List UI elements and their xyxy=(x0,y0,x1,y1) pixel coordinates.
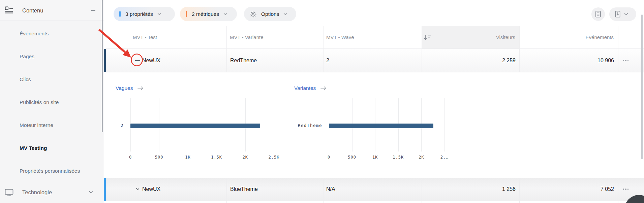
main-scrollbar[interactable] xyxy=(641,14,643,159)
sidebar-item-pages[interactable]: Pages xyxy=(0,45,104,68)
minus-icon xyxy=(91,10,95,11)
app-root: Contenu Événements Pages Clics Publicité… xyxy=(0,0,644,203)
column-divider xyxy=(226,26,227,48)
cell-mvt-wave: N/A xyxy=(326,178,335,201)
next-row-partial xyxy=(104,201,644,203)
column-divider xyxy=(519,26,520,48)
column-divider xyxy=(324,201,324,203)
table-row-redtheme[interactable]: NewUX RedTheme 2 2 259 10 906 xyxy=(104,49,644,72)
export-button[interactable] xyxy=(609,7,636,21)
waves-bar-chart: 05001K1.5K2K2.5K2 xyxy=(130,98,289,164)
sidebar-nav: Événements Pages Clics Publicités on sit… xyxy=(0,22,104,182)
column-divider xyxy=(422,201,422,203)
chevron-down-icon xyxy=(89,191,93,194)
vagues-link[interactable]: Vagues xyxy=(116,85,144,91)
options-pill[interactable]: Options xyxy=(244,7,296,21)
x-tick-label: 0 xyxy=(319,155,339,160)
properties-pill-label: 3 propriétés xyxy=(125,11,153,17)
cell-evenements: 7 052 xyxy=(601,178,614,201)
cell-evenements: 10 906 xyxy=(597,49,614,72)
sidebar-title: Contenu xyxy=(22,0,43,21)
sidebar-item-clics[interactable]: Clics xyxy=(0,68,104,91)
x-tick-label: 500 xyxy=(342,155,362,160)
properties-accent-icon xyxy=(119,11,121,17)
sidebar-item-moteur-interne[interactable]: Moteur interne xyxy=(0,114,104,137)
variants-bar-chart: 05001K1.5K2K2.…RedTheme xyxy=(329,98,457,164)
column-divider xyxy=(618,49,618,72)
row-collapse-toggle[interactable] xyxy=(134,49,141,72)
monitor-icon xyxy=(5,189,13,196)
report-button[interactable] xyxy=(591,7,605,21)
variantes-link-label: Variantes xyxy=(294,85,316,91)
column-divider xyxy=(422,178,422,201)
selected-row-indicator xyxy=(104,49,106,72)
minus-icon xyxy=(135,60,140,61)
column-divider xyxy=(324,49,324,72)
x-tick-label: 1.5K xyxy=(207,155,227,160)
chevron-down-icon xyxy=(157,13,161,15)
sidebar: Contenu Événements Pages Clics Publicité… xyxy=(0,0,104,203)
x-tick-label: 2.5K xyxy=(264,155,284,160)
x-tick-label: 500 xyxy=(149,155,169,160)
column-divider xyxy=(422,49,422,72)
chevron-down-icon xyxy=(624,13,628,15)
sidebar-item-publicites-on-site[interactable]: Publicités on site xyxy=(0,91,104,114)
chevron-down-icon xyxy=(283,13,287,15)
column-divider xyxy=(324,178,324,201)
row-expand-toggle[interactable] xyxy=(134,178,141,201)
column-divider xyxy=(618,178,618,201)
y-category-label: RedTheme xyxy=(290,123,322,128)
column-header-mvt-variante[interactable]: MVT - Variante xyxy=(230,26,263,48)
sidebar-item-label: Clics xyxy=(20,76,31,82)
variantes-link[interactable]: Variantes xyxy=(294,85,327,91)
sidebar-collapse-button[interactable] xyxy=(90,7,97,14)
download-icon xyxy=(615,11,620,18)
column-divider xyxy=(618,26,618,48)
cell-mvt-wave: 2 xyxy=(326,49,329,72)
column-header-mvt-test[interactable]: MVT - Test xyxy=(133,26,157,48)
sidebar-scrollbar[interactable] xyxy=(102,0,103,132)
metrics-filter-pill[interactable]: 2 métriques xyxy=(180,7,237,21)
chevron-down-icon xyxy=(223,13,227,15)
properties-filter-pill[interactable]: 3 propriétés xyxy=(114,7,175,21)
metrics-accent-icon xyxy=(186,11,187,17)
cell-visiteurs: 1 256 xyxy=(502,178,516,201)
sidebar-item-label: Technologie xyxy=(22,189,52,196)
column-divider xyxy=(226,201,227,203)
column-divider xyxy=(519,201,520,203)
chevron-down-icon xyxy=(136,188,140,191)
column-divider xyxy=(519,178,520,201)
bar[interactable] xyxy=(130,124,260,128)
bar[interactable] xyxy=(329,124,433,128)
row-menu-button[interactable] xyxy=(621,178,631,201)
vagues-link-label: Vagues xyxy=(116,85,133,91)
sidebar-item-mv-testing[interactable]: MV Testing xyxy=(0,137,104,160)
options-pill-label: Options xyxy=(261,11,279,17)
column-header-evenements[interactable]: Evénements xyxy=(586,26,614,48)
sidebar-item-proprietes-personnalisees[interactable]: Propriétés personnalisées xyxy=(0,160,104,182)
column-header-mvt-wave[interactable]: MVT - Wave xyxy=(326,26,354,48)
cell-visiteurs: 2 259 xyxy=(502,49,516,72)
expandable-row-indicator xyxy=(104,178,106,201)
sidebar-item-evenements[interactable]: Événements xyxy=(0,22,104,45)
x-tick-label: 2K xyxy=(411,155,431,160)
metrics-pill-label: 2 métriques xyxy=(192,11,219,17)
sort-descending-icon[interactable] xyxy=(424,35,431,41)
x-tick-label: 0 xyxy=(120,155,141,160)
sidebar-item-technologie[interactable]: Technologie xyxy=(0,182,104,203)
arrow-right-icon xyxy=(137,86,144,90)
y-category-label: 2 xyxy=(92,123,124,128)
row-menu-button[interactable] xyxy=(621,49,631,72)
cell-mvt-variante: RedTheme xyxy=(230,49,257,72)
table-row-bluetheme[interactable]: NewUX BlueTheme N/A 1 256 7 052 xyxy=(104,178,644,201)
sidebar-item-label: MV Testing xyxy=(20,145,47,151)
column-divider xyxy=(324,26,324,48)
x-tick-label: 2.… xyxy=(434,155,455,160)
sidebar-item-label: Propriétés personnalisées xyxy=(20,168,80,174)
cell-mvt-variante: BlueTheme xyxy=(230,178,258,201)
gear-icon xyxy=(250,11,256,18)
cell-mvt-test: NewUX xyxy=(142,178,160,201)
x-tick-label: 1.5K xyxy=(388,155,408,160)
gridline xyxy=(274,98,274,151)
column-header-visiteurs[interactable]: Visiteurs xyxy=(496,26,515,48)
